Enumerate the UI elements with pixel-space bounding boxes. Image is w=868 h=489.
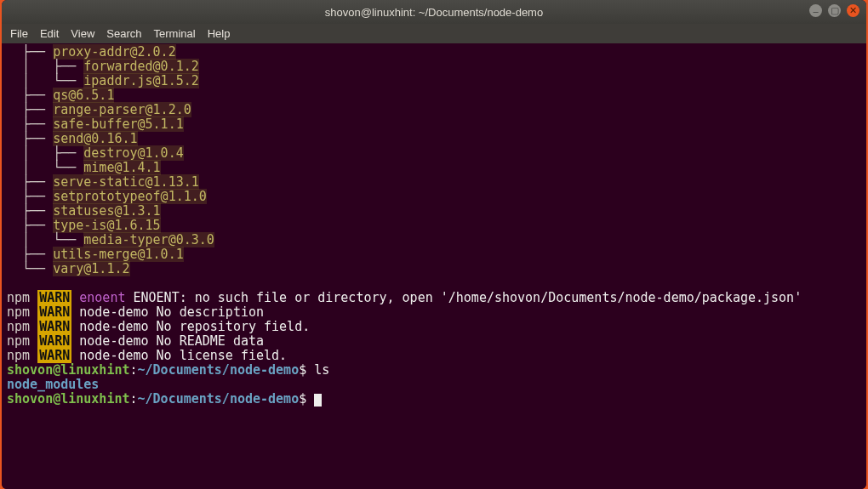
warn-tag: node-demo [79,304,148,320]
tree-branch: ├── [7,203,53,219]
menu-edit[interactable]: Edit [40,27,59,40]
tree-branch: │ └── [7,73,83,88]
warn-message: No README data [157,333,264,349]
npm-label: npm [7,333,30,349]
menu-help[interactable]: Help [208,27,231,40]
warn-badge: WARN [37,290,71,305]
package-entry: ipaddr.js@1.5.2 [83,73,198,88]
warn-tag: enoent [79,290,125,305]
maximize-icon[interactable]: ▢ [828,4,841,17]
package-entry: destroy@1.0.4 [83,145,183,161]
menu-view[interactable]: View [71,27,94,40]
close-icon[interactable]: ✕ [847,4,859,17]
prompt-user: shovon@linuxhint [7,362,130,378]
prompt-dollar: $ [299,391,306,407]
npm-label: npm [7,290,30,305]
package-entry: forwarded@0.1.2 [83,59,198,74]
tree-branch: ├── [7,102,53,117]
terminal-output[interactable]: ├── proxy-addr@2.0.2 │ ├── forwarded@0.1… [2,43,866,489]
package-entry: setprototypeof@1.1.0 [53,189,207,204]
npm-label: npm [7,319,30,334]
terminal-window: shovon@linuxhint: ~/Documents/node-demo … [2,0,866,489]
warn-badge: WARN [37,348,71,363]
package-entry: range-parser@1.2.0 [53,102,191,117]
tree-branch: ├── [7,174,53,190]
menubar: File Edit View Search Terminal Help [2,24,866,43]
warn-message: ENOENT: no such file or directory, open … [134,290,802,305]
package-entry: mime@1.4.1 [83,160,160,175]
warn-message: No description [157,304,264,320]
tree-branch: ├── [7,44,53,60]
warn-tag: node-demo [79,348,148,363]
prompt-path: ~/Documents/node-demo [138,391,300,407]
package-entry: statuses@1.3.1 [53,203,160,219]
menu-search[interactable]: Search [106,27,141,40]
warn-tag: node-demo [79,333,148,349]
prompt-sep: : [130,362,138,378]
tree-branch: │ ├── [7,59,83,74]
package-entry: vary@1.1.2 [53,261,129,276]
tree-branch: ├── [7,189,53,204]
tree-branch: ├── [7,247,53,262]
minimize-icon[interactable]: – [809,4,822,17]
command: ls [314,362,329,378]
package-entry: qs@6.5.1 [53,88,114,103]
prompt-dollar: $ [299,362,306,378]
tree-branch: │ ├── [7,145,83,161]
tree-branch: │ └── [7,232,83,247]
package-entry: utils-merge@1.0.1 [53,247,184,262]
cursor [314,394,322,407]
package-entry: proxy-addr@2.0.2 [53,44,176,60]
tree-branch: ├── [7,88,53,103]
window-title: shovon@linuxhint: ~/Documents/node-demo [325,6,543,19]
warn-message: No repository field. [157,319,311,334]
tree-branch: │ └── [7,160,83,175]
package-entry: type-is@1.6.15 [53,218,160,233]
package-entry: media-typer@0.3.0 [83,232,214,247]
tree-branch: ├── [7,117,53,132]
warn-badge: WARN [37,333,71,349]
tree-branch: ├── [7,218,53,233]
warn-tag: node-demo [79,319,148,334]
window-controls: – ▢ ✕ [809,4,859,17]
warn-message: No license field. [157,348,288,363]
warn-badge: WARN [37,304,71,320]
warn-badge: WARN [37,319,71,334]
tree-branch: ├── [7,131,53,146]
tree-branch: └── [7,261,53,276]
package-entry: serve-static@1.13.1 [53,174,199,190]
npm-label: npm [7,348,30,363]
titlebar: shovon@linuxhint: ~/Documents/node-demo … [2,0,866,24]
prompt-sep: : [130,391,138,407]
prompt-user: shovon@linuxhint [7,391,130,407]
package-entry: send@0.16.1 [53,131,137,146]
ls-output-dir: node_modules [7,377,99,392]
menu-file[interactable]: File [10,27,28,40]
package-entry: safe-buffer@5.1.1 [53,117,184,132]
menu-terminal[interactable]: Terminal [154,27,196,40]
npm-label: npm [7,304,30,320]
prompt-path: ~/Documents/node-demo [138,362,300,378]
